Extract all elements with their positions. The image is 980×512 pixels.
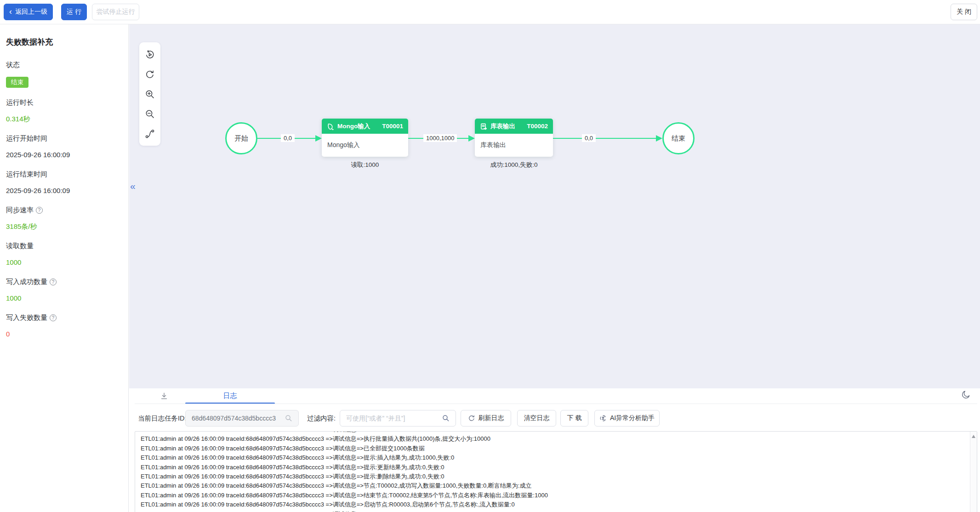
- task-id-input[interactable]: [185, 410, 299, 427]
- refresh-icon[interactable]: [139, 64, 160, 84]
- node-body-label: Mongo输入: [322, 134, 408, 157]
- status-label: 状态: [6, 60, 122, 69]
- write-fail-value: 0: [6, 330, 122, 339]
- filter-label: 过滤内容:: [307, 410, 336, 427]
- ai-analysis-button[interactable]: AI异常分析助手: [594, 410, 660, 427]
- log-line: ETL01:admin at 09/26 16:00:09 traceId:68…: [141, 481, 969, 490]
- auto-layout-icon[interactable]: [139, 124, 160, 143]
- clear-log-button[interactable]: 清空日志: [517, 410, 556, 427]
- dark-mode-icon[interactable]: [961, 390, 971, 401]
- top-toolbar: ‹ 返回上一级 运 行 尝试停止运行 关 闭: [0, 0, 980, 24]
- end-time-value: 2025-09-26 16:00:09: [6, 186, 122, 195]
- edge-arrow-icon: [315, 135, 322, 142]
- close-button[interactable]: 关 闭: [951, 4, 977, 20]
- scroll-up-icon[interactable]: [972, 435, 975, 438]
- node-stat-label: 读取:1000: [322, 161, 408, 169]
- node-stat-label: 成功:1000,失败:0: [466, 161, 562, 169]
- zoom-out-icon[interactable]: [139, 104, 160, 124]
- sync-rate-label: 同步速率?: [6, 205, 122, 215]
- download-button[interactable]: 下 载: [560, 410, 588, 427]
- refresh-log-button[interactable]: 刷新日志: [461, 410, 511, 427]
- duration-value: 0.314秒: [6, 114, 122, 124]
- mongo-leaf-icon: [327, 123, 334, 130]
- tab-log[interactable]: 日志: [185, 389, 275, 404]
- log-line: ETL01:admin at 09/26 16:00:09 traceId:68…: [141, 500, 969, 509]
- node-title: Mongo输入: [337, 122, 370, 131]
- log-panel: 日志 当前日志任务ID: 过滤内容: 刷新日志 清空日志 下 载 AI异常分析助…: [129, 388, 980, 512]
- replay-history-icon[interactable]: [139, 45, 160, 64]
- log-output-box[interactable]: ETL01:admin at 09/26 16:00:09 traceId:68…: [135, 431, 977, 512]
- write-success-label: 写入成功数量?: [6, 277, 122, 286]
- read-count-label: 读取数量: [6, 241, 122, 250]
- log-lines: ETL01:admin at 09/26 16:00:09 traceId:68…: [135, 432, 969, 512]
- node-id: T00001: [382, 123, 403, 130]
- tab-divider: [135, 404, 977, 404]
- download-log-icon[interactable]: [160, 392, 169, 403]
- log-line: ETL01:admin at 09/26 16:00:09 traceId:68…: [141, 472, 969, 481]
- refresh-log-label: 刷新日志: [479, 414, 504, 422]
- node-title: 库表输出: [490, 122, 515, 131]
- help-icon[interactable]: ?: [50, 314, 57, 321]
- zoom-in-icon[interactable]: [139, 84, 160, 104]
- start-node[interactable]: 开始: [225, 122, 257, 154]
- back-button-label: 返回上一级: [15, 8, 47, 16]
- edge-count-label: 0,0: [582, 134, 596, 142]
- log-line: ETL01:admin at 09/26 16:00:09 traceId:68…: [141, 434, 969, 444]
- help-icon[interactable]: ?: [36, 207, 43, 214]
- status-badge: 结束: [6, 77, 28, 88]
- sync-rate-value: 3185条/秒: [6, 222, 122, 231]
- log-line: ETL01:admin at 09/26 16:00:09 traceId:68…: [141, 453, 969, 462]
- canvas-toolbar: [139, 42, 160, 146]
- node-table-output[interactable]: 库表输出 T00002 库表输出: [475, 119, 553, 157]
- end-node[interactable]: 结束: [662, 122, 695, 154]
- run-button[interactable]: 运 行: [61, 4, 87, 20]
- edge-arrow-icon: [656, 135, 662, 142]
- start-time-label: 运行开始时间: [6, 134, 122, 143]
- table-output-icon: [480, 123, 487, 130]
- flow-canvas[interactable]: « 开始 0,0 Mongo输入 T00001 Mongo输入 读取:1000 …: [129, 24, 980, 388]
- edge-line: [553, 138, 656, 139]
- back-button[interactable]: ‹ 返回上一级: [4, 4, 53, 20]
- log-line: ETL01:admin at 09/26 16:00:09 traceId:68…: [141, 463, 969, 472]
- log-line-partial: ETL01:admin at 09/26 16:00:09 traceId:68…: [141, 510, 969, 512]
- refresh-icon: [468, 415, 475, 422]
- ai-analysis-label: AI异常分析助手: [610, 414, 655, 422]
- edge-count-label: 1000,1000: [423, 134, 457, 142]
- edge-arrow-icon: [468, 135, 475, 142]
- filter-input[interactable]: [340, 410, 456, 427]
- write-fail-label: 写入失败数量?: [6, 313, 122, 322]
- node-id: T00002: [527, 123, 548, 130]
- log-line: ETL01:admin at 09/26 16:00:09 traceId:68…: [141, 491, 969, 500]
- end-time-label: 运行结束时间: [6, 170, 122, 179]
- log-line: ETL01:admin at 09/26 16:00:09 traceId:68…: [141, 444, 969, 453]
- task-id-label: 当前日志任务ID:: [138, 410, 187, 427]
- collapse-sidebar-icon[interactable]: «: [130, 181, 136, 192]
- write-success-value: 1000: [6, 294, 122, 303]
- node-mongo-input[interactable]: Mongo输入 T00001 Mongo输入: [322, 119, 408, 157]
- run-info-sidebar: 失败数据补充 状态 结束 运行时长 0.314秒 运行开始时间 2025-09-…: [0, 24, 129, 512]
- page-title: 失败数据补充: [6, 37, 122, 47]
- start-time-value: 2025-09-26 16:00:09: [6, 150, 122, 159]
- stop-run-button[interactable]: 尝试停止运行: [92, 4, 139, 20]
- log-scrollbar[interactable]: [970, 432, 977, 512]
- ai-icon: [599, 415, 607, 422]
- duration-label: 运行时长: [6, 98, 122, 107]
- read-count-value: 1000: [6, 258, 122, 267]
- chevron-left-icon: ‹: [9, 8, 12, 15]
- node-body-label: 库表输出: [475, 134, 553, 157]
- help-icon[interactable]: ?: [50, 279, 57, 285]
- edge-count-label: 0,0: [281, 134, 295, 142]
